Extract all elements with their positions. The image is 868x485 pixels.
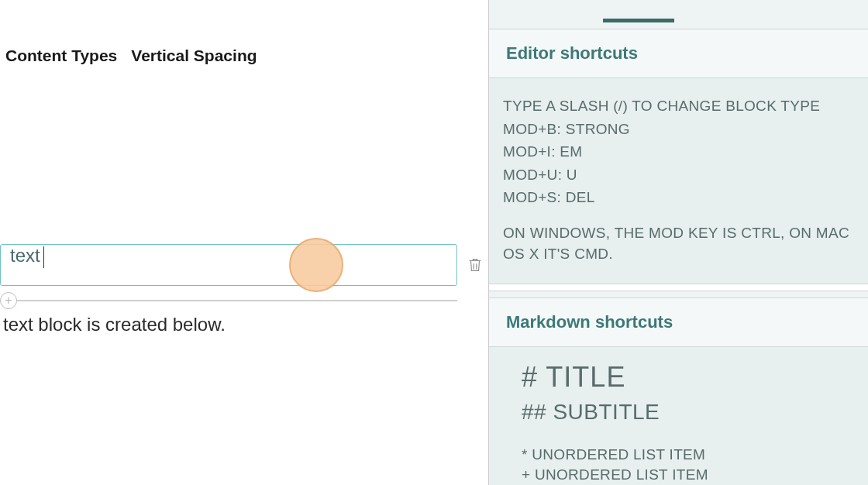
shortcut-line: MOD+S: DEL xyxy=(503,187,854,208)
md-list-item: + UNORDERED LIST ITEM xyxy=(522,466,835,483)
shortcut-note: ON WINDOWS, THE MOD KEY IS CTRL, ON MAC … xyxy=(503,222,854,265)
markdown-shortcuts-header[interactable]: Markdown shortcuts xyxy=(489,298,868,347)
markdown-shortcuts-body: # TITLE ## SUBTITLE * UNORDERED LIST ITE… xyxy=(489,347,868,485)
shortcut-line: MOD+B: STRONG xyxy=(503,119,854,140)
md-list-item: * UNORDERED LIST ITEM xyxy=(522,446,835,463)
shortcut-line: MOD+U: U xyxy=(503,164,854,186)
tab-indicator xyxy=(603,19,674,22)
text-caret xyxy=(43,246,44,268)
add-divider-line xyxy=(17,300,457,301)
section-separator xyxy=(489,284,868,291)
right-panel: Editor shortcuts TYPE A SLASH (/) TO CHA… xyxy=(488,0,868,485)
tab-vertical-spacing[interactable]: Vertical Spacing xyxy=(131,46,257,65)
plus-icon[interactable]: + xyxy=(0,292,17,309)
shortcut-line: TYPE A SLASH (/) TO CHANGE BLOCK TYPE xyxy=(503,95,854,117)
md-subtitle: ## SUBTITLE xyxy=(522,400,835,425)
tab-content-types[interactable]: Content Types xyxy=(5,46,117,65)
left-panel: Content Types Vertical Spacing text + te… xyxy=(0,0,488,485)
editor-row: text xyxy=(0,244,488,286)
below-text: text block is created below. xyxy=(3,314,226,335)
trash-icon[interactable] xyxy=(467,256,484,274)
text-block-input[interactable]: text xyxy=(0,244,457,286)
md-title: # TITLE xyxy=(522,361,835,394)
shortcut-line: MOD+I: EM xyxy=(503,141,854,163)
editor-area: text + xyxy=(0,244,488,286)
tabs: Content Types Vertical Spacing xyxy=(0,0,488,65)
editor-shortcuts-body: TYPE A SLASH (/) TO CHANGE BLOCK TYPE MO… xyxy=(489,78,868,284)
editor-shortcuts-header[interactable]: Editor shortcuts xyxy=(489,29,868,78)
input-text: text xyxy=(10,245,40,266)
